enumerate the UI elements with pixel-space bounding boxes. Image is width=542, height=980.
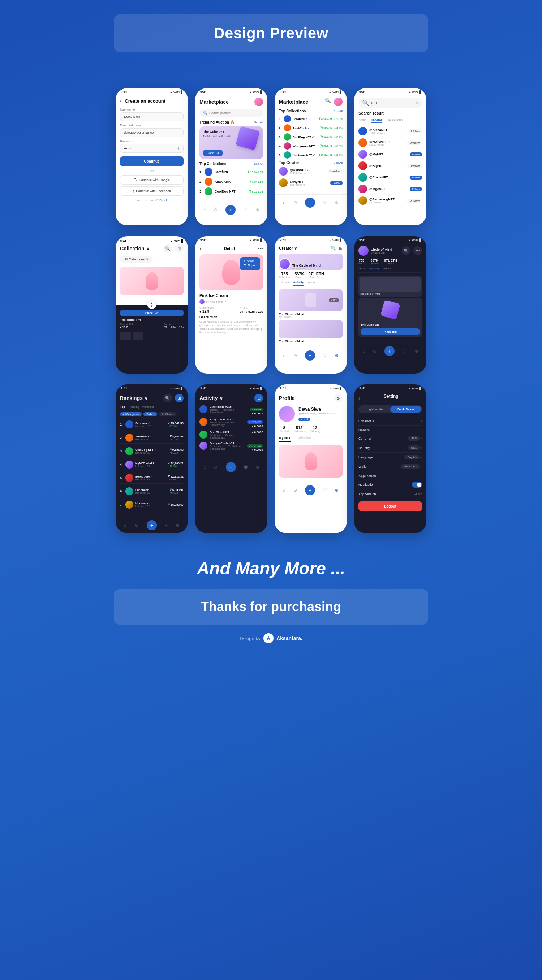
nav-search-7[interactable]: ⊙ — [293, 353, 297, 358]
nav-activity-10[interactable]: ⬟ — [244, 465, 247, 469]
language-item[interactable]: Language English › — [359, 453, 422, 462]
sr-unfollow-1[interactable]: Unfollow — [407, 129, 422, 133]
nav-heart-8[interactable]: ♡ — [403, 348, 406, 354]
search-icon-2[interactable]: 🔍 — [325, 97, 331, 106]
nav-search-11[interactable]: ⊙ — [293, 488, 297, 493]
tab-about-dark[interactable]: About — [383, 267, 391, 272]
tab-items-dark[interactable]: Items — [359, 267, 366, 272]
sr-unfollow-7[interactable]: Unfollow — [407, 199, 422, 203]
nav-home-8[interactable]: ⌂ — [362, 348, 365, 354]
unfollow-btn-1[interactable]: Unfollow — [328, 169, 343, 173]
creator-dark-search[interactable]: 🔍 — [402, 247, 410, 255]
tab-activity-dark[interactable]: Activity — [369, 267, 380, 272]
tab-items[interactable]: Items — [359, 118, 367, 123]
nav-search-9[interactable]: ⊙ — [135, 523, 139, 528]
google-button[interactable]: G Continue with Google — [120, 175, 183, 185]
chip-all-chains[interactable]: All Chains — [159, 412, 176, 416]
nav-heart-11[interactable]: ♡ — [323, 488, 327, 493]
rankings-filter-icon[interactable]: ⊞ — [175, 394, 183, 402]
detail-more[interactable]: ••• — [258, 246, 263, 251]
nav-add-8[interactable]: + — [384, 346, 395, 356]
nav-profile-8[interactable]: ⊕ — [414, 348, 418, 354]
tab-items-light[interactable]: Items — [282, 281, 289, 286]
chip-daily[interactable]: Daily × — [143, 412, 157, 416]
nav-add-11[interactable]: + — [305, 485, 315, 495]
all-categories-filter[interactable]: All Categories ∨ — [120, 256, 153, 263]
nav-add-10[interactable]: + — [226, 462, 236, 472]
dark-mode-option[interactable]: Dark Mode — [390, 406, 421, 412]
sr-follow-3[interactable]: Follow — [410, 153, 422, 156]
nav-search-8[interactable]: ⊙ — [373, 348, 376, 354]
currency-item[interactable]: Currency USD › — [359, 434, 422, 443]
nav-add-7[interactable]: + — [305, 350, 315, 361]
search-result-input[interactable] — [371, 101, 413, 105]
trending-see-all[interactable]: See All — [254, 121, 263, 124]
profile-share-btn[interactable]: ⊙ — [334, 394, 343, 402]
search-bar-1[interactable]: 🔍 — [199, 109, 263, 117]
nav-home-11[interactable]: ⌂ — [283, 488, 285, 493]
auction-bid-btn[interactable]: Place Bid — [203, 150, 223, 156]
back-icon[interactable]: ‹ — [120, 97, 122, 104]
nav-add-9[interactable]: + — [147, 520, 157, 530]
collection-bid-btn[interactable]: Place Bid — [120, 310, 183, 317]
nav-add-3[interactable]: + — [305, 197, 315, 208]
tab-collections[interactable]: Collections — [387, 118, 403, 123]
tab-my-nft[interactable]: My NFT — [279, 436, 291, 442]
creator-search-icon[interactable]: 🔍 — [331, 246, 336, 251]
share-menu-item[interactable]: ↑ Share — [244, 259, 257, 262]
email-input[interactable]: dewasiwa@gmail.com — [120, 128, 183, 137]
nav-profile-10[interactable]: ⊕ — [255, 465, 259, 469]
nav-home-7[interactable]: ⌂ — [283, 353, 285, 358]
nav-heart-7[interactable]: ♡ — [323, 353, 327, 358]
eye-icon[interactable]: 👁 — [177, 146, 181, 151]
nav-home-10[interactable]: ⌂ — [203, 465, 206, 469]
tab-collection[interactable]: Collection — [297, 436, 311, 442]
sr-unfollow-2[interactable]: Unfollow — [407, 141, 422, 145]
sr-follow-5[interactable]: Follow — [410, 175, 422, 180]
password-input[interactable]: •••••• — [120, 144, 183, 153]
nav-heart-3[interactable]: ♡ — [323, 200, 327, 205]
nav-search[interactable]: ⊙ — [214, 207, 217, 212]
detail-back[interactable]: ‹ — [199, 246, 201, 251]
nav-search-3[interactable]: ⊙ — [293, 200, 297, 205]
creator-filter-icon[interactable]: ⊞ — [339, 246, 343, 251]
collection-search-icon[interactable]: 🔍 — [163, 244, 172, 253]
nav-home[interactable]: ⌂ — [203, 207, 206, 212]
activity-filter-icon[interactable]: ⊞ — [254, 394, 263, 402]
logout-button[interactable]: Logout — [359, 501, 422, 511]
username-input[interactable]: Dewa Siwa — [120, 112, 183, 121]
search-input-1[interactable] — [209, 111, 260, 115]
creator-dark-more[interactable]: ••• — [413, 247, 422, 255]
rank-tab-watchlist[interactable]: Watchlist — [142, 405, 153, 409]
nav-profile[interactable]: ⊕ — [255, 207, 259, 212]
country-item[interactable]: Country USA › — [359, 443, 422, 453]
nav-search-10[interactable]: ⊙ — [214, 465, 217, 469]
light-mode-option[interactable]: Light Mode — [359, 406, 390, 412]
nav-profile-9[interactable]: ⊕ — [176, 523, 180, 528]
continue-button[interactable]: Continue — [120, 156, 183, 166]
tab-about-light[interactable]: About — [308, 281, 316, 286]
sr-follow-6[interactable]: Follow — [410, 187, 422, 191]
dark-bid-btn[interactable]: Place Bid — [360, 328, 420, 335]
tab-creator[interactable]: Creator — [371, 118, 382, 123]
nav-heart[interactable]: ♡ — [244, 207, 247, 212]
notification-toggle[interactable] — [412, 482, 422, 488]
rankings-search-icon[interactable]: 🔍 — [163, 394, 172, 402]
nav-profile-11[interactable]: ⊕ — [335, 488, 339, 493]
nav-home-9[interactable]: ⌂ — [124, 523, 126, 528]
top-creator-see-all[interactable]: See All — [333, 161, 343, 164]
collection-filter-icon[interactable]: ⊞ — [175, 244, 183, 253]
tab-activity-light[interactable]: Activity — [293, 281, 304, 286]
nav-profile-7[interactable]: ⊕ — [335, 353, 339, 358]
nav-profile-3[interactable]: ⊕ — [335, 200, 339, 205]
signin-link[interactable]: Sign In — [159, 199, 168, 202]
nav-add[interactable]: + — [225, 205, 236, 215]
chip-all-category[interactable]: All Category × — [120, 412, 142, 416]
facebook-button[interactable]: f Continue with Facebook — [120, 186, 183, 196]
search-result-bar[interactable]: 🔍 ✕ — [359, 97, 422, 108]
rank-tab-top[interactable]: Top — [120, 405, 125, 409]
edit-profile-item[interactable]: Edit Profile › — [359, 417, 422, 426]
follow-btn-1[interactable]: Follow — [330, 181, 343, 185]
nav-rank-9[interactable]: ≡ — [165, 523, 167, 528]
report-menu-item[interactable]: ⚑ Report — [244, 264, 257, 267]
